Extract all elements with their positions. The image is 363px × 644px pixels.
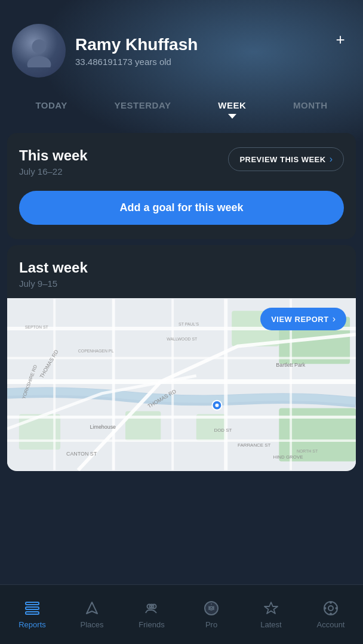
map-container: THOMAS RD THOMAS RD YORKSHIRE RD DOD ST … <box>7 298 356 471</box>
header-left: Ramy Khuffash 33.486191173 years old <box>12 24 198 78</box>
svg-point-49 <box>336 607 338 609</box>
svg-rect-37 <box>26 612 39 614</box>
last-week-title: Last week <box>19 259 88 276</box>
nav-label-pro: Pro <box>205 620 217 629</box>
svg-text:COPENHAGEN PL: COPENHAGEN PL <box>78 349 114 353</box>
view-report-button-overlay: VIEW REPORT › <box>260 308 346 330</box>
tab-today[interactable]: TODAY <box>29 95 73 123</box>
friends-icon <box>143 600 160 617</box>
svg-point-46 <box>330 602 332 604</box>
preview-this-week-button[interactable]: PREVIEW THIS WEEK › <box>228 147 344 171</box>
content-area: This week July 16–22 PREVIEW THIS WEEK ›… <box>0 123 363 471</box>
svg-point-0 <box>32 39 46 54</box>
places-icon <box>84 600 100 617</box>
nav-item-account[interactable]: Account <box>301 594 361 635</box>
this-week-info: This week July 16–22 <box>19 147 88 177</box>
svg-text:DOD ST: DOD ST <box>214 428 232 433</box>
nav-label-reports: Reports <box>19 620 46 629</box>
view-report-arrow-icon: › <box>333 314 336 324</box>
nav-label-latest: Latest <box>260 620 281 629</box>
tab-week[interactable]: WEEK <box>212 95 252 123</box>
nav-item-places[interactable]: Places <box>62 594 122 635</box>
reports-icon <box>24 600 41 617</box>
user-name: Ramy Khuffash <box>75 35 198 54</box>
preview-arrow-icon: › <box>330 154 333 165</box>
nav-label-friends: Friends <box>139 620 164 629</box>
svg-point-48 <box>324 607 327 609</box>
svg-text:ST PAUL'S: ST PAUL'S <box>179 322 199 326</box>
svg-text:FARRANCE ST: FARRANCE ST <box>238 442 271 448</box>
svg-rect-36 <box>26 607 39 609</box>
bottom-nav: Reports Places Friends <box>0 584 363 644</box>
last-week-top-row: Last week July 9–15 <box>19 259 344 289</box>
tab-month[interactable]: MONTH <box>287 95 334 123</box>
svg-text:Limehouse: Limehouse <box>90 424 116 430</box>
tab-active-indicator <box>228 114 236 119</box>
svg-text:SEPTON ST: SEPTON ST <box>25 325 49 329</box>
period-tabs: TODAY YESTERDAY WEEK MONTH <box>0 89 363 123</box>
avatar <box>12 24 66 78</box>
svg-text:CANTON ST: CANTON ST <box>66 451 97 457</box>
nav-item-pro[interactable]: Pro <box>182 594 241 635</box>
svg-point-34 <box>215 404 219 407</box>
nav-item-friends[interactable]: Friends <box>122 594 182 635</box>
add-button[interactable]: + <box>330 29 351 50</box>
account-icon <box>322 600 339 617</box>
last-week-date: July 9–15 <box>19 278 88 289</box>
svg-point-45 <box>328 606 333 611</box>
card-top-row: This week July 16–22 PREVIEW THIS WEEK › <box>19 147 344 177</box>
tab-yesterday[interactable]: YESTERDAY <box>109 95 177 123</box>
svg-text:Bartlett Park: Bartlett Park <box>276 362 305 368</box>
svg-text:NORTH ST: NORTH ST <box>297 449 318 453</box>
view-report-button[interactable]: VIEW REPORT › <box>260 308 346 330</box>
add-goal-button[interactable]: Add a goal for this week <box>19 191 344 225</box>
nav-item-latest[interactable]: Latest <box>241 594 301 635</box>
svg-text:WALLWOOD ST: WALLWOOD ST <box>167 337 198 341</box>
nav-item-reports[interactable]: Reports <box>2 594 62 635</box>
nav-label-places: Places <box>80 620 103 629</box>
last-week-card: Last week July 9–15 <box>7 245 356 471</box>
this-week-title: This week <box>19 147 88 164</box>
header: Ramy Khuffash 33.486191173 years old + <box>0 0 363 89</box>
this-week-card: This week July 16–22 PREVIEW THIS WEEK ›… <box>7 133 356 239</box>
user-info: Ramy Khuffash 33.486191173 years old <box>75 35 198 67</box>
user-age: 33.486191173 years old <box>75 57 198 67</box>
this-week-date: July 16–22 <box>19 166 88 177</box>
svg-point-1 <box>27 56 51 67</box>
svg-point-47 <box>330 613 332 615</box>
pro-icon <box>203 600 220 617</box>
last-week-info: Last week July 9–15 <box>19 259 88 289</box>
nav-label-account: Account <box>317 620 345 629</box>
latest-icon <box>263 600 279 617</box>
svg-rect-35 <box>26 602 39 605</box>
svg-text:HIND GROVE: HIND GROVE <box>273 454 303 460</box>
